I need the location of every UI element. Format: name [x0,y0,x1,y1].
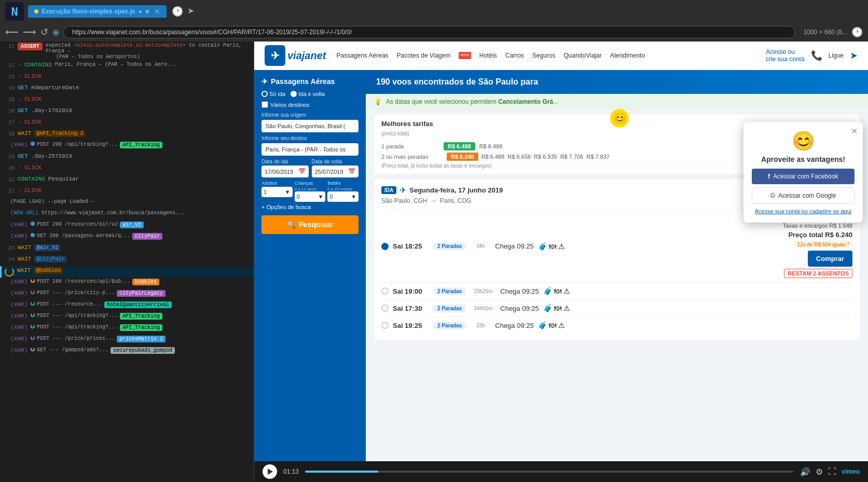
settings-icon[interactable]: ⚙ [816,467,823,477]
best-fares-subtitle: (preço total) [381,131,433,136]
site-header: ✈ viajanet Passagens Aéreas Pacotes de V… [254,42,868,70]
test-row-22d: (XHR) GET 200 /passagens-aereas/q... cit… [0,232,254,243]
viajanet-logo[interactable]: ✈ viajanet [265,45,326,66]
status-dot [31,142,35,146]
luggage-icon-2: 🧳 [543,287,552,295]
status-dot [31,222,35,226]
nav-forward-button[interactable]: ⟶ [23,26,36,38]
test-row-19: 19 GET .day-2572019 [0,152,254,163]
buy-button[interactable]: Comprar [808,251,852,267]
nav-refresh-button[interactable]: ↺ [40,26,48,38]
babies-label: Bebês [327,181,359,186]
fare-price-orange[interactable]: R$ 6.240 [447,153,478,161]
fare-price-green[interactable]: R$ 6.488 [444,142,475,150]
varios-destinos-checkbox[interactable] [261,101,268,108]
clock-icon[interactable]: 🕐 [172,6,183,17]
test-row-20: 20 - CLICK [0,163,254,175]
option3-left: Sai 17:30 2 Paradas 34h55m Chega 09:25 🧳… [381,304,852,312]
get-text: .day-1762019 [31,107,72,114]
fullscreen-icon[interactable]: ⛶ [828,467,836,476]
register-link[interactable]: Acesse sua conta ou cadastre-se aqui [752,208,855,214]
option1-right: 1 Pessoa R$ 4.593 Taxas e encargos R$ 1.… [783,214,852,278]
google-login-button[interactable]: G Acessar com Google [752,187,855,204]
return-date-input[interactable]: 25/07/2019 📅 [312,166,359,177]
test-row-24f: (XHR) POST --- /api/tracking?... API_Tra… [0,312,254,323]
results-title: 190 voos encontrados de São Paulo para [376,77,538,86]
nav-seguros[interactable]: Seguros [532,52,556,59]
history-icon[interactable]: 🕐 [851,26,863,38]
flight-radio-1[interactable] [381,243,389,250]
option3-icons: 🧳 🍽 ⚠ [543,304,570,312]
send-icon[interactable]: ➤ [187,6,194,17]
browser-tab[interactable]: Execução fluxo-simples.spec.js ● ■ ✕ [28,5,167,18]
volume-icon[interactable]: 🔊 [800,467,810,477]
search-options-link[interactable]: + Opções de busca [261,204,359,210]
ligue-text[interactable]: Ligue [829,52,844,59]
xhr-tag: pricesMatrix 2 [117,336,166,342]
option2-arrives: Chega 09:25 [500,287,539,295]
alert-icon-4: ⚠ [558,321,565,329]
best-fares-title: Melhores tarifas [381,120,433,128]
acesse-button[interactable]: Acesse oucrie sua conta [766,48,805,63]
nav-passagens[interactable]: Passagens Aéreas [336,52,388,59]
destination-input[interactable] [261,143,359,156]
share-icon[interactable]: ➤ [850,50,858,61]
line-number: 12 [3,62,15,68]
varios-destinos-row[interactable]: Vários destinos [261,101,359,108]
nav-pacotes[interactable]: Pacotes de Viagem [397,52,451,59]
nav-carros[interactable]: Carros [505,52,524,59]
flight-left: IDA ✈ Segunda-feira, 17 junho 2019 São P… [381,185,780,205]
babies-select[interactable]: 0 ▼ [327,191,359,202]
plane-depart-icon: ✈ [399,185,406,195]
tab-close-icon[interactable]: ✕ [154,7,160,16]
search-button[interactable]: 🔍 Pesquisar [261,215,359,234]
video-controls: 🔊 ⚙ ⛶ vimeo [800,467,860,477]
facebook-login-button[interactable]: f Acessar com Facebook [752,169,855,184]
radio-btn-so-ida[interactable] [261,91,268,97]
cancellation-bar: 💡 As datas que você selecionou permitem … [366,94,868,109]
adults-select[interactable]: 1 ▼ [261,187,293,197]
google-icon: G [770,192,775,199]
search-icon: 🔍 [287,221,296,229]
flight-radio-2[interactable] [381,287,389,295]
departure-date-input[interactable]: 17/06/2019 📅 [261,166,309,177]
xhr-tag: API_Tracking [120,142,162,148]
play-button[interactable] [263,464,277,479]
radio-ida-volta[interactable]: Ida e volta [291,91,325,97]
option4-stops: 2 Paradas [433,322,466,329]
fare-price-gray2: R$ 6.488 [481,154,505,160]
xhr-tag: cityPairLegacy [117,290,166,297]
video-progress-bar[interactable] [305,471,794,473]
nav-hoteis[interactable]: Hotéis [479,52,497,59]
line-number: 22 [3,187,15,194]
nav-back-button[interactable]: ⟵ [5,26,19,38]
option4-duration: 33h [470,323,491,328]
radio-so-ida[interactable]: Só ida [261,91,285,97]
wait-badge: @air_V2 [34,244,60,251]
nav-quando[interactable]: QuandoViajar [564,52,602,59]
test-row-21: 21 CONTAINS Pesquisar [0,175,254,186]
line-number: 18 [3,130,15,137]
wait-badge: @cityPair [34,256,66,263]
children-select[interactable]: 0 ▼ [295,191,326,202]
search-sidebar: ✈ Passagens Aéreas 😊 Só ida Ida e volta [254,70,366,461]
test-row-24e: (XHR) POST --- /resource... hotelQuantit… [0,300,254,312]
header-right: Acesse oucrie sua conta 📞 Ligue ➤ [766,48,858,63]
nav-atendimento[interactable]: Atendimento [610,52,645,59]
origin-input[interactable] [261,120,359,132]
popup-close-icon[interactable]: ✕ [851,126,858,136]
alert-icon-3: ⚠ [563,304,570,312]
adults-col: Adultos 1 ▼ [261,181,293,202]
line-number: 17 [3,119,15,126]
flight-radio-4[interactable] [381,322,389,329]
option1-duration: 34h [470,243,491,249]
loading-spinner-small [31,290,35,294]
calendar-icon: 📅 [298,168,306,175]
phone-icon: 📞 [811,50,822,61]
radio-btn-ida-volta[interactable] [291,91,297,97]
flight-radio-3[interactable] [381,305,389,312]
address-bar-input[interactable] [63,26,795,38]
meal-icon-3: 🍽 [554,304,561,312]
loading-spinner-small [31,313,35,317]
alert-icon-2: ⚠ [563,287,570,295]
